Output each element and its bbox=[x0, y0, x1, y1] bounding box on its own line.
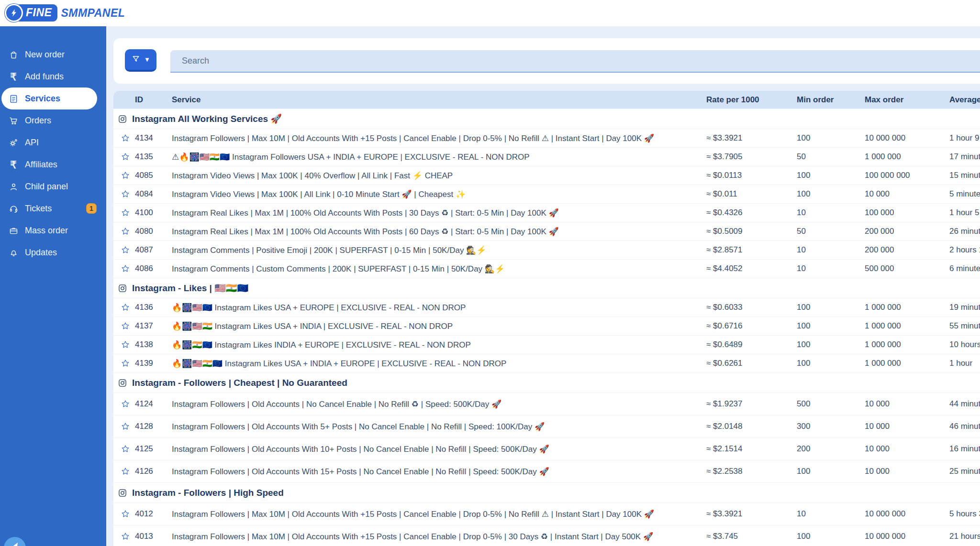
favorite-star-button[interactable] bbox=[113, 227, 135, 236]
average-time-cell: 25 minut bbox=[949, 467, 980, 476]
sidebar-item-updates[interactable]: Updates bbox=[0, 241, 106, 263]
service-name-cell: Instagram Followers | Old Accounts With … bbox=[172, 422, 706, 432]
service-row[interactable]: 4084Instagram Video Views | Max 100K | A… bbox=[113, 185, 980, 203]
service-id-cell: 4087 bbox=[135, 245, 172, 255]
filter-button[interactable]: ▼ bbox=[125, 49, 156, 72]
service-row[interactable]: 4013Instagram Followers | Max 10M | Old … bbox=[113, 525, 980, 546]
rate-cell: ≈ $0.6489 bbox=[706, 340, 797, 349]
service-row[interactable]: 4126Instagram Followers | Old Accounts W… bbox=[113, 460, 980, 482]
sidebar-item-label: Tickets bbox=[25, 204, 52, 214]
top-bar: FINE SMMPANEL bbox=[0, 0, 980, 26]
average-time-cell: 10 hours bbox=[949, 340, 980, 349]
average-time-cell: 1 hour 9 bbox=[949, 133, 980, 143]
sidebar-item-new-order[interactable]: New order bbox=[0, 44, 106, 66]
max-order-cell: 10 000 000 bbox=[865, 133, 949, 143]
average-time-column-header: Average bbox=[949, 95, 980, 105]
service-row[interactable]: 4135⚠🔥🎆🇺🇸🇮🇳🇪🇺 Instagram Followers USA + … bbox=[113, 147, 980, 166]
sidebar-item-label: Child panel bbox=[25, 182, 68, 192]
brand-logo[interactable]: FINE SMMPANEL bbox=[5, 4, 125, 22]
service-name-cell: Instagram Real Likes | Max 1M | 100% Old… bbox=[172, 208, 706, 218]
min-order-cell: 100 bbox=[797, 467, 865, 476]
person-icon bbox=[8, 181, 19, 192]
service-name-cell: Instagram Real Likes | Max 1M | 100% Old… bbox=[172, 227, 706, 237]
favorite-star-button[interactable] bbox=[113, 444, 135, 454]
sidebar-item-label: Add funds bbox=[25, 72, 64, 82]
favorite-star-button[interactable] bbox=[113, 133, 135, 143]
favorite-star-button[interactable] bbox=[113, 152, 135, 162]
sidebar-item-tickets[interactable]: Tickets1 bbox=[0, 197, 106, 219]
rate-cell: ≈ $3.3921 bbox=[706, 133, 797, 143]
service-name-cell: ⚠🔥🎆🇺🇸🇮🇳🇪🇺 Instagram Followers USA + INDI… bbox=[172, 152, 706, 162]
rupee-icon: ₹ bbox=[8, 159, 19, 170]
favorite-star-button[interactable] bbox=[113, 340, 135, 349]
service-row[interactable]: 4085Instagram Video Views | Max 100K | 4… bbox=[113, 166, 980, 185]
service-name-cell: Instagram Followers | Max 10M | Old Acco… bbox=[172, 509, 706, 519]
service-row[interactable]: 4080Instagram Real Likes | Max 1M | 100%… bbox=[113, 222, 980, 240]
service-row[interactable]: 4087Instagram Comments | Positive Emoji … bbox=[113, 240, 980, 259]
category-header: Instagram All Working Services 🚀 bbox=[113, 109, 980, 129]
service-row[interactable]: 4125Instagram Followers | Old Accounts W… bbox=[113, 437, 980, 460]
service-name-cell: Instagram Comments | Positive Emoji | 20… bbox=[172, 245, 706, 255]
search-input[interactable] bbox=[170, 50, 980, 73]
sidebar-item-services[interactable]: Services bbox=[1, 87, 97, 109]
favorite-star-button[interactable] bbox=[113, 359, 135, 368]
instagram-icon bbox=[118, 114, 127, 124]
favorite-star-button[interactable] bbox=[113, 245, 135, 255]
min-order-cell: 200 bbox=[797, 444, 865, 454]
favorite-star-button[interactable] bbox=[113, 189, 135, 199]
favorite-star-button[interactable] bbox=[113, 467, 135, 476]
service-column-header: Service bbox=[172, 95, 706, 105]
sidebar-item-add-funds[interactable]: ₹Add funds bbox=[0, 66, 106, 87]
service-id-cell: 4136 bbox=[135, 303, 172, 312]
max-order-cell: 1 000 000 bbox=[865, 152, 949, 162]
instagram-icon bbox=[118, 488, 127, 498]
rate-cell: ≈ $2.2538 bbox=[706, 467, 797, 476]
min-order-cell: 10 bbox=[797, 208, 865, 218]
average-time-cell: 1 hour 5 bbox=[949, 208, 980, 218]
min-order-cell: 100 bbox=[797, 340, 865, 349]
app-window: FINE SMMPANEL New order₹Add fundsService… bbox=[0, 0, 980, 546]
service-row[interactable]: 4134Instagram Followers | Max 10M | Old … bbox=[113, 129, 980, 147]
favorite-star-button[interactable] bbox=[113, 509, 135, 519]
max-order-cell: 10 000 000 bbox=[865, 532, 949, 541]
service-row[interactable]: 4100Instagram Real Likes | Max 1M | 100%… bbox=[113, 203, 980, 222]
service-row[interactable]: 4124Instagram Followers | Old Accounts |… bbox=[113, 393, 980, 415]
service-row[interactable]: 4138🔥🎆🇮🇳🇪🇺 Instagram Likes INDIA + EUROP… bbox=[113, 335, 980, 354]
sidebar-item-affiliates[interactable]: ₹Affiliates bbox=[0, 153, 106, 175]
sidebar-item-child-panel[interactable]: Child panel bbox=[0, 175, 106, 197]
service-id-cell: 4135 bbox=[135, 152, 172, 162]
max-order-cell: 10 000 bbox=[865, 189, 949, 199]
sidebar-item-orders[interactable]: Orders bbox=[0, 109, 106, 131]
favorite-star-button[interactable] bbox=[113, 171, 135, 180]
favorite-star-button[interactable] bbox=[113, 399, 135, 409]
service-row[interactable]: 4128Instagram Followers | Old Accounts W… bbox=[113, 415, 980, 437]
service-name-cell: Instagram Followers | Old Accounts | No … bbox=[172, 399, 706, 409]
service-id-cell: 4138 bbox=[135, 340, 172, 349]
sidebar-item-api[interactable]: API bbox=[0, 131, 106, 153]
rate-cell: ≈ $0.4326 bbox=[706, 208, 797, 218]
favorite-star-button[interactable] bbox=[113, 532, 135, 541]
service-row[interactable]: 4137🔥🎆🇺🇸🇮🇳 Instagram Likes USA + INDIA |… bbox=[113, 317, 980, 335]
sidebar-item-mass-order[interactable]: Mass order bbox=[0, 219, 106, 241]
search-card: ▼ bbox=[113, 38, 980, 84]
favorite-star-button[interactable] bbox=[113, 264, 135, 273]
favorite-star-button[interactable] bbox=[113, 321, 135, 331]
average-time-cell: 6 minute bbox=[949, 264, 980, 273]
service-row[interactable]: 4136🔥🎆🇺🇸🇪🇺 Instagram Likes USA + EUROPE … bbox=[113, 298, 980, 317]
sidebar-item-label: Orders bbox=[25, 116, 51, 126]
favorite-star-button[interactable] bbox=[113, 208, 135, 218]
service-name-cell: Instagram Comments | Custom Comments | 2… bbox=[172, 264, 706, 274]
headset-icon bbox=[8, 203, 19, 214]
ticket-count-badge: 1 bbox=[86, 203, 97, 214]
favorite-star-button[interactable] bbox=[113, 422, 135, 431]
service-row[interactable]: 4086Instagram Comments | Custom Comments… bbox=[113, 259, 980, 278]
favorite-star-button[interactable] bbox=[113, 303, 135, 312]
average-time-cell: 21 hours bbox=[949, 532, 980, 541]
service-id-cell: 4086 bbox=[135, 264, 172, 273]
services-table: ID Service Rate per 1000 Min order Max o… bbox=[113, 91, 980, 546]
service-row[interactable]: 4139🔥🎆🇺🇸🇮🇳🇪🇺 Instagram Likes USA + INDIA… bbox=[113, 354, 980, 372]
max-order-cell: 1 000 000 bbox=[865, 321, 949, 331]
service-id-cell: 4137 bbox=[135, 321, 172, 331]
service-row[interactable]: 4012Instagram Followers | Max 10M | Old … bbox=[113, 502, 980, 525]
cart-icon bbox=[8, 115, 19, 126]
